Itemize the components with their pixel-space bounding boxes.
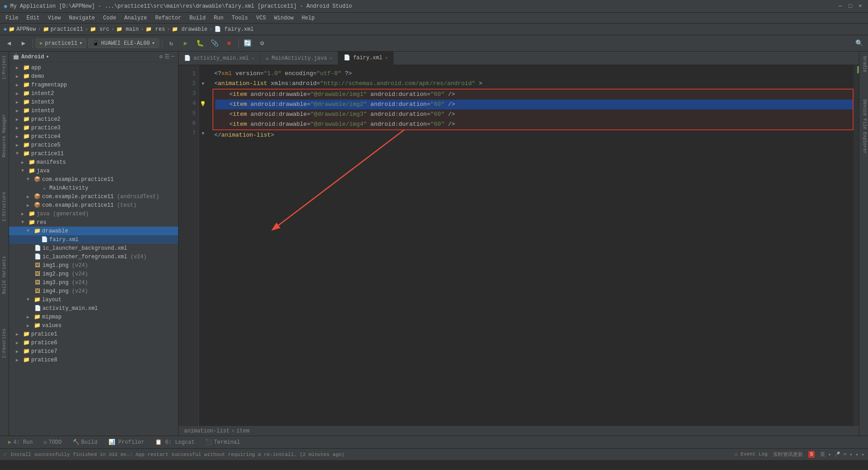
tree-item-intent3[interactable]: ▶ 📁 intent3	[9, 98, 178, 106]
event-log[interactable]: ⚠ Event Log	[735, 451, 768, 458]
logcat-tab[interactable]: 📋 6: Logcat	[151, 438, 199, 446]
terminal-tab[interactable]: ⬛ Terminal	[201, 438, 245, 446]
menu-edit[interactable]: Edit	[23, 14, 43, 22]
device-file-explorer-tab[interactable]: Device File Explorer	[859, 95, 868, 158]
breadcrumb-drawable[interactable]: 📁 drawable	[172, 26, 208, 33]
forward-button[interactable]: ▶	[17, 37, 30, 50]
breadcrumb-res[interactable]: 📁 res	[146, 26, 165, 33]
build-variants-tab[interactable]: Build Variants	[1, 252, 8, 298]
menu-code[interactable]: Code	[99, 14, 120, 22]
fold-7[interactable]: ▼	[199, 128, 207, 138]
tree-item-intent2[interactable]: ▶ 📁 intent2	[9, 89, 178, 98]
tree-item-img2[interactable]: 🖼 img2.png (v24)	[9, 270, 178, 278]
code-content[interactable]: <?xml version="1.0" encoding="utf-8" ?> …	[207, 65, 854, 426]
tree-item-fairy-xml[interactable]: ▶ 📄 fairy.xml	[9, 235, 178, 244]
device-model-selector[interactable]: 📱 HUAWEI ELE-AL00 ▾	[88, 38, 159, 48]
run-bottom-tab[interactable]: ▶ 4: Run	[4, 438, 37, 446]
tree-item-practice3[interactable]: ▶ 📁 practice3	[9, 123, 178, 132]
breadcrumb-src[interactable]: 📁 src	[90, 26, 109, 33]
menu-build[interactable]: Build	[186, 14, 209, 22]
tree-item-img4[interactable]: 🖼 img4.png (v24)	[9, 287, 178, 295]
tab-mainactivity-java[interactable]: ☕ MainActivity.java ✕	[260, 52, 338, 65]
resource-manager-tab[interactable]: Resource Manager	[1, 110, 8, 161]
sync-button[interactable]: ↻	[165, 37, 178, 50]
favorites-tab[interactable]: 2:Favorites	[1, 325, 8, 362]
tree-item-layout[interactable]: ▼ 📁 layout	[9, 295, 178, 304]
breadcrumb-file[interactable]: 📄 fairy.xml	[214, 26, 254, 33]
tree-item-app[interactable]: ▶ 📁 app	[9, 63, 178, 72]
breadcrumb-appnew[interactable]: 📁 APPNew	[9, 26, 36, 33]
tab-close-activity-main[interactable]: ✕	[251, 56, 254, 61]
fold-2[interactable]: ▼	[199, 79, 207, 89]
menu-vcs[interactable]: VCS	[253, 14, 270, 22]
tree-item-java-generated[interactable]: ▶ 📁 java (generated)	[9, 209, 178, 218]
tree-item-package-main[interactable]: ▼ 📦 com.example.practice11	[9, 175, 178, 184]
tab-close-mainactivity[interactable]: ✕	[330, 56, 332, 61]
tree-item-pratice6[interactable]: ▶ 📁 pratice6	[9, 338, 178, 347]
tree-item-pratice7[interactable]: ▶ 📁 pratice7	[9, 347, 178, 356]
menu-view[interactable]: View	[44, 14, 65, 22]
tab-close-fairy[interactable]: ✕	[385, 55, 388, 61]
options-icon[interactable]: ☰	[165, 53, 170, 60]
bulb-icon[interactable]: 💡	[200, 101, 206, 107]
tree-item-ic-bg[interactable]: 📄 ic_launcher_background.xml	[9, 244, 178, 252]
tree-item-img3[interactable]: 🖼 img3.png (v24)	[9, 278, 178, 287]
tree-item-test[interactable]: ▶ 📦 com.example.practice11 (test)	[9, 201, 178, 209]
folder-icon-intent2: 📁	[23, 90, 30, 97]
attach-button[interactable]: 📎	[208, 37, 221, 50]
breadcrumb-main[interactable]: 📁 main	[116, 26, 139, 33]
back-button[interactable]: ◀	[3, 37, 15, 50]
menu-navigate[interactable]: Navigate	[65, 14, 99, 22]
project-tab[interactable]: 1:Project	[1, 52, 8, 83]
tree-item-drawable[interactable]: ▼ 📁 drawable	[9, 227, 178, 235]
menu-help[interactable]: Help	[298, 14, 318, 22]
tree-item-ic-fg[interactable]: 📄 ic_launcher_foreground.xml (v24)	[9, 252, 178, 261]
tree-item-fragmentapp[interactable]: ▶ 📁 fragmentapp	[9, 81, 178, 89]
build-tab[interactable]: 🔨 Build	[68, 438, 102, 446]
collapse-icon[interactable]: —	[171, 53, 175, 60]
tree-item-res[interactable]: ▼ 📁 res	[9, 218, 178, 227]
code-editor[interactable]: 1 2 3 4 5 6 7 ▼ 💡 ▼	[179, 65, 859, 426]
run-button[interactable]: ▶	[179, 37, 192, 50]
tree-item-mipmap[interactable]: ▶ 📁 mipmap	[9, 313, 178, 321]
gradle-sync[interactable]: 🔄	[241, 37, 254, 50]
stop-button[interactable]: ■	[223, 37, 236, 50]
tree-item-img1[interactable]: 🖼 img1.png (v24)	[9, 261, 178, 270]
tree-item-demo[interactable]: ▶ 📁 demo	[9, 72, 178, 81]
tree-item-practice5[interactable]: ▶ 📁 practice5	[9, 141, 178, 149]
tree-item-androidtest[interactable]: ▶ 📦 com.example.practice11 (androidTest)	[9, 192, 178, 201]
gradle-tab[interactable]: Gradle	[859, 52, 868, 77]
tree-item-manifests[interactable]: ▶ 📁 manifests	[9, 158, 178, 166]
close-button[interactable]: ×	[856, 2, 864, 10]
device-selector[interactable]: ▶ practice11 ▾	[36, 38, 86, 48]
tree-item-values[interactable]: ▶ 📁 values	[9, 321, 178, 330]
structure-tab[interactable]: 2:Structure	[1, 188, 8, 225]
minimize-button[interactable]: ─	[836, 2, 844, 10]
tree-item-mainactivity[interactable]: ▶ ☕ MainActivity	[9, 184, 178, 192]
tree-item-practice2[interactable]: ▶ 📁 practice2	[9, 115, 178, 123]
menu-file[interactable]: File	[2, 14, 22, 22]
settings-button[interactable]: ⚙	[256, 37, 269, 50]
search-everywhere[interactable]: 🔍	[853, 37, 865, 50]
tree-item-activity-main[interactable]: 📄 activity_main.xml	[9, 304, 178, 313]
tab-fairy-xml[interactable]: 📄 fairy.xml ✕	[338, 52, 394, 65]
breadcrumb-practice11[interactable]: 📁 practice11	[43, 26, 83, 33]
profiler-tab[interactable]: 📊 Profiler	[104, 438, 149, 446]
debug-button[interactable]: 🐛	[194, 37, 207, 50]
cog-icon[interactable]: ⚙	[160, 53, 163, 60]
menu-run[interactable]: Run	[210, 14, 227, 22]
menu-tools[interactable]: Tools	[228, 14, 252, 22]
tree-item-practice11[interactable]: ▼ 📁 practice11	[9, 149, 178, 158]
tree-item-pratice8[interactable]: ▶ 📁 pratice8	[9, 356, 178, 364]
scrollbar-area[interactable]	[854, 65, 859, 426]
tab-activity-main[interactable]: 📄 activity_main.xml ✕	[179, 52, 260, 65]
menu-refactor[interactable]: Refactor	[151, 14, 185, 22]
maximize-button[interactable]: □	[846, 2, 854, 10]
tree-item-practice4[interactable]: ▶ 📁 practice4	[9, 132, 178, 141]
menu-window[interactable]: Window	[270, 14, 297, 22]
menu-analyze[interactable]: Analyze	[121, 14, 151, 22]
tree-item-pratice1[interactable]: ▶ 📁 pratice1	[9, 330, 178, 338]
tree-item-java[interactable]: ▼ 📁 java	[9, 166, 178, 175]
todo-tab[interactable]: ☑ TODO	[39, 438, 66, 446]
tree-item-intentd[interactable]: ▶ 📁 intentd	[9, 106, 178, 115]
